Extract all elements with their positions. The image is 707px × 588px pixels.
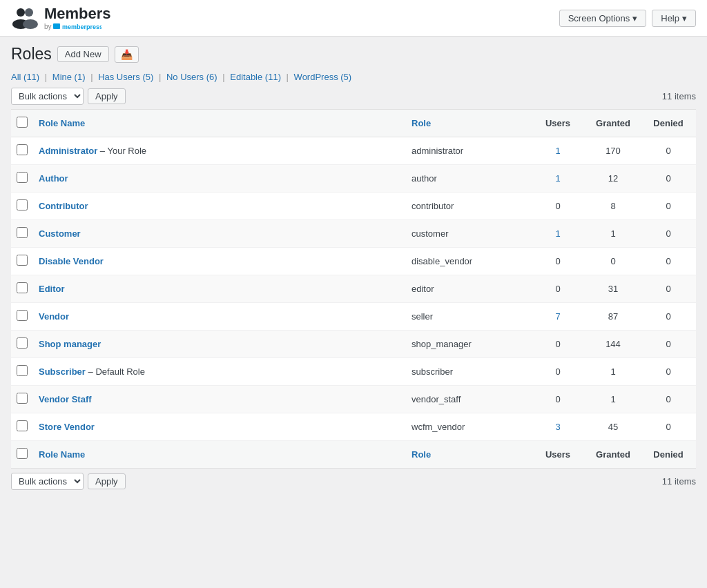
role-name-cell: Shop manager: [33, 331, 406, 358]
role-name-link[interactable]: Subscriber: [39, 366, 86, 377]
filter-wordpress[interactable]: WordPress (5): [294, 72, 352, 82]
col-header-granted: Granted: [585, 110, 641, 137]
role-name-link[interactable]: Editor: [39, 284, 65, 294]
role-cell: contributor: [406, 193, 530, 220]
granted-cell: 8: [585, 193, 641, 220]
bottom-bulk-actions-select[interactable]: Bulk actions Delete: [11, 473, 84, 490]
users-cell: 0: [530, 275, 585, 303]
select-all-footer-checkbox[interactable]: [17, 448, 28, 459]
role-name-cell: Customer: [33, 220, 406, 248]
screen-options-button[interactable]: Screen Options ▾: [559, 10, 647, 27]
filter-editable[interactable]: Editable (11): [230, 72, 281, 82]
row-checkbox[interactable]: [17, 144, 28, 155]
table-row: Contributorcontributor080: [11, 193, 696, 220]
users-cell: 0: [530, 386, 585, 413]
row-checkbox[interactable]: [17, 227, 28, 238]
role-name-cell: Vendor: [33, 303, 406, 331]
svg-text:memberpress: memberpress: [62, 23, 101, 30]
users-link[interactable]: 3: [555, 422, 560, 432]
help-label: Help: [661, 13, 679, 23]
select-all-footer: [11, 441, 33, 469]
role-name-cell: Author: [33, 165, 406, 193]
role-name-link[interactable]: Contributor: [39, 201, 88, 211]
row-checkbox-cell: [11, 303, 33, 331]
role-name-link[interactable]: Shop manager: [39, 339, 101, 349]
row-checkbox-cell: [11, 386, 33, 413]
users-link[interactable]: 7: [555, 311, 560, 322]
granted-cell: 45: [585, 413, 641, 441]
denied-cell: 0: [641, 413, 696, 441]
role-name-cell: Administrator – Your Role: [33, 137, 406, 165]
role-name-link[interactable]: Disable Vendor: [39, 256, 104, 266]
screen-options-chevron-icon: ▾: [632, 13, 637, 23]
role-footer-sort-link[interactable]: Role: [411, 449, 431, 460]
row-checkbox[interactable]: [17, 365, 28, 376]
users-cell: 0: [530, 331, 585, 358]
add-new-button[interactable]: Add New: [57, 46, 109, 62]
col-footer-granted: Granted: [585, 441, 641, 469]
granted-cell: 0: [585, 248, 641, 275]
filter-all[interactable]: All (11): [11, 72, 39, 82]
role-name-footer-sort-link[interactable]: Role Name: [39, 449, 85, 460]
granted-cell: 1: [585, 358, 641, 386]
role-cell: editor: [406, 275, 530, 303]
users-link[interactable]: 1: [555, 173, 560, 184]
col-footer-denied: Denied: [641, 441, 696, 469]
role-sort-link[interactable]: Role: [411, 118, 431, 128]
logo-text: Members by memberpress: [44, 6, 111, 30]
row-checkbox-cell: [11, 331, 33, 358]
row-checkbox-cell: [11, 193, 33, 220]
top-items-count: 11 items: [662, 91, 696, 101]
role-name-cell: Store Vendor: [33, 413, 406, 441]
role-name-link[interactable]: Vendor Staff: [39, 394, 92, 404]
top-bar-right: Screen Options ▾ Help ▾: [559, 10, 696, 27]
role-cell: author: [406, 165, 530, 193]
export-button[interactable]: 📥: [115, 46, 139, 63]
row-checkbox[interactable]: [17, 282, 28, 293]
col-header-role-name: Role Name: [33, 110, 406, 137]
filter-no-users[interactable]: No Users (6): [166, 72, 217, 82]
select-all-checkbox[interactable]: [17, 117, 28, 128]
members-logo-icon: [11, 6, 39, 30]
bottom-apply-button[interactable]: Apply: [88, 473, 126, 489]
users-link[interactable]: 1: [555, 228, 560, 239]
granted-cell: 144: [585, 331, 641, 358]
col-header-denied: Denied: [641, 110, 696, 137]
row-checkbox-cell: [11, 165, 33, 193]
top-bulk-actions-select[interactable]: Bulk actions Delete: [11, 88, 84, 105]
top-bulk-area: Bulk actions Delete Apply: [11, 88, 126, 105]
logo-subtitle: by memberpress: [44, 22, 111, 30]
row-checkbox[interactable]: [17, 420, 28, 431]
role-cell: wcfm_vendor: [406, 413, 530, 441]
svg-point-3: [23, 19, 38, 29]
role-name-link[interactable]: Author: [39, 173, 68, 184]
row-checkbox[interactable]: [17, 393, 28, 404]
help-chevron-icon: ▾: [682, 13, 687, 23]
svg-rect-4: [53, 23, 60, 29]
top-apply-button[interactable]: Apply: [88, 88, 126, 104]
role-cell: vendor_staff: [406, 386, 530, 413]
role-name-sort-link[interactable]: Role Name: [39, 118, 85, 128]
row-checkbox[interactable]: [17, 172, 28, 183]
role-name-link[interactable]: Store Vendor: [39, 422, 95, 432]
users-link[interactable]: 1: [555, 146, 560, 156]
role-name-cell: Vendor Staff: [33, 386, 406, 413]
help-button[interactable]: Help ▾: [652, 10, 696, 27]
role-name-link[interactable]: Vendor: [39, 311, 69, 322]
users-cell: 1: [530, 220, 585, 248]
denied-cell: 0: [641, 358, 696, 386]
row-checkbox-cell: [11, 220, 33, 248]
denied-cell: 0: [641, 248, 696, 275]
role-name-link[interactable]: Administrator: [39, 146, 97, 156]
row-checkbox[interactable]: [17, 199, 28, 210]
row-checkbox[interactable]: [17, 255, 28, 266]
filter-has-users[interactable]: Has Users (5): [98, 72, 153, 82]
role-name-cell: Contributor: [33, 193, 406, 220]
role-name-cell: Disable Vendor: [33, 248, 406, 275]
filter-mine[interactable]: Mine (1): [52, 72, 86, 82]
table-row: Shop managershop_manager01440: [11, 331, 696, 358]
row-checkbox[interactable]: [17, 310, 28, 321]
role-cell: seller: [406, 303, 530, 331]
row-checkbox[interactable]: [17, 337, 28, 349]
role-name-link[interactable]: Customer: [39, 228, 81, 239]
